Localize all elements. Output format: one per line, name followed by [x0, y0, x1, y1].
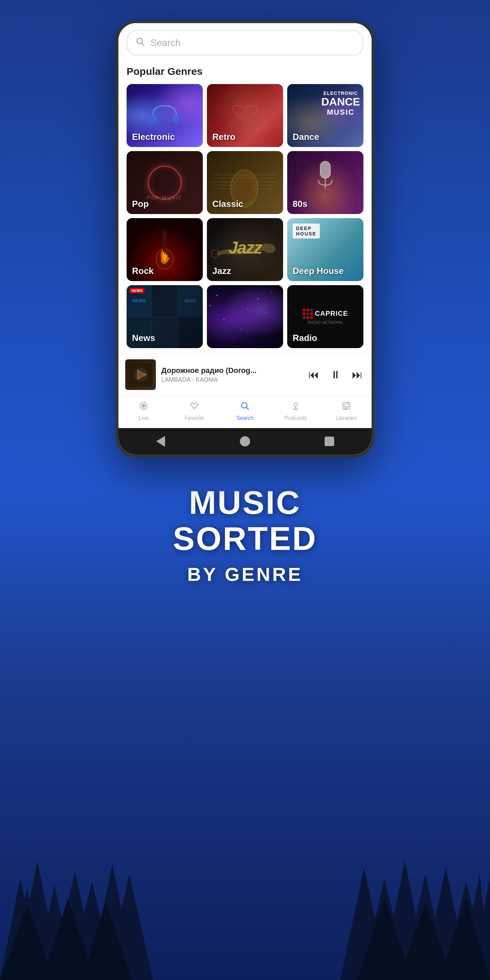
nav-item-libraries[interactable]: Libraries	[321, 401, 372, 421]
svg-point-23	[137, 38, 142, 43]
back-button[interactable]	[156, 436, 166, 447]
rewind-button[interactable]: ⏮	[306, 366, 321, 383]
radio-caprice-logo: CAPRICE RADIO NETWORK	[302, 309, 348, 325]
svg-point-49	[271, 292, 272, 292]
now-playing-thumbnail[interactable]	[125, 360, 156, 390]
live-icon	[139, 401, 148, 413]
genre-card-news[interactable]: NEWS NEWS NEWS News	[127, 285, 203, 348]
svg-point-58	[242, 402, 247, 408]
genre-label-pop: Pop	[132, 199, 149, 209]
phone-screen: Search Popular Genres Electronic	[118, 23, 372, 455]
nav-label-podcasts: Podcasts	[285, 415, 307, 421]
genre-label-rock: Rock	[132, 266, 154, 276]
system-nav-bar	[118, 428, 372, 455]
forward-icon: ⏭	[352, 369, 363, 381]
genre-card-radio[interactable]: CAPRICE RADIO NETWORK Radio	[287, 285, 363, 348]
heart-icon	[189, 401, 199, 413]
genre-label-classic: Classic	[212, 199, 243, 209]
genre-card-electronic[interactable]: Electronic	[127, 84, 203, 147]
genre-card-space[interactable]	[207, 285, 283, 348]
svg-point-45	[258, 298, 259, 299]
recents-button[interactable]	[324, 436, 334, 447]
promo-section: MUSIC SORTED BY GENRE	[116, 457, 374, 606]
svg-point-44	[234, 290, 234, 291]
genre-card-deephouse[interactable]: DEEP HOUSE Deep House	[287, 218, 363, 281]
svg-rect-63	[344, 404, 348, 407]
genre-card-pop[interactable]: POP MUSIC Pop	[127, 151, 203, 214]
genre-label-80s: 80s	[293, 199, 307, 209]
nav-label-search: Search	[237, 415, 254, 421]
dance-edm-text: ELECTRONIC DANCE MUSIC	[321, 91, 360, 116]
genre-label-retro: Retro	[212, 132, 235, 142]
search-bar: Search	[118, 23, 372, 62]
genre-card-jazz[interactable]: Jazz Jazz	[207, 218, 283, 281]
nav-label-favorite: Favorite	[185, 415, 204, 421]
genre-card-classic[interactable]: Classic	[207, 151, 283, 214]
promo-subtitle: BY GENRE	[116, 563, 374, 585]
news-breaking-tag: NEWS	[129, 288, 145, 293]
pause-button[interactable]: ⏸	[328, 366, 343, 383]
search-icon	[135, 37, 145, 49]
genre-card-dance[interactable]: ELECTRONIC DANCE MUSIC Dance	[287, 84, 363, 147]
svg-rect-25	[150, 115, 156, 123]
genres-grid: Electronic Retro ELECTRONIC DAN	[118, 84, 372, 353]
nav-label-libraries: Libraries	[336, 415, 356, 421]
nav-item-live[interactable]: Live	[118, 401, 169, 421]
genre-label-radio: Radio	[293, 333, 317, 343]
genre-label-electronic: Electronic	[132, 132, 175, 142]
genre-card-retro[interactable]: Retro	[207, 84, 283, 147]
svg-point-50	[210, 305, 211, 306]
now-playing-info: Дорожное радио (Dorog... LAMBADA - KAOMA	[161, 366, 301, 383]
now-playing-controls: ⏮ ⏸ ⏭	[306, 366, 365, 383]
home-button[interactable]	[240, 436, 250, 447]
svg-rect-26	[173, 115, 179, 123]
genre-label-deephouse: Deep House	[293, 266, 344, 276]
svg-line-24	[142, 43, 144, 46]
svg-point-55	[142, 404, 145, 408]
now-playing-artist: LAMBADA - KAOMA	[161, 376, 301, 383]
nav-label-live: Live	[139, 415, 149, 421]
popular-genres-title: Popular Genres	[118, 62, 372, 84]
nav-item-podcasts[interactable]: Podcasts	[270, 401, 321, 421]
svg-point-47	[224, 319, 224, 320]
genre-label-dance: Dance	[293, 132, 319, 142]
search-input-wrap[interactable]: Search	[127, 30, 363, 56]
svg-point-46	[264, 312, 265, 313]
svg-point-43	[217, 295, 218, 296]
now-playing-bar: Дорожное радио (Dorog... LAMBADA - KAOMA…	[118, 353, 372, 395]
genre-card-80s[interactable]: 80s	[287, 151, 363, 214]
nav-item-search[interactable]: Search	[220, 401, 270, 421]
now-playing-title: Дорожное радио (Dorog...	[161, 366, 301, 375]
libraries-icon	[342, 401, 351, 413]
rewind-icon: ⏮	[308, 369, 319, 381]
nav-item-favorite[interactable]: Favorite	[169, 401, 220, 421]
svg-rect-35	[320, 161, 331, 178]
search-nav-icon	[240, 401, 250, 413]
genre-card-rock[interactable]: Rock	[127, 218, 203, 281]
svg-point-51	[240, 329, 241, 330]
genre-label-news: News	[132, 333, 155, 343]
svg-line-59	[247, 407, 249, 410]
forward-button[interactable]: ⏭	[350, 366, 365, 383]
podcast-icon	[291, 401, 301, 413]
svg-point-48	[247, 309, 248, 309]
bottom-nav: Live Favorite	[118, 395, 372, 428]
genre-label-jazz: Jazz	[212, 266, 231, 276]
pause-icon: ⏸	[330, 369, 341, 381]
phone-container: Search Popular Genres Electronic	[116, 21, 374, 457]
svg-point-60	[294, 403, 298, 406]
search-placeholder: Search	[150, 37, 181, 48]
promo-title: MUSIC SORTED	[116, 485, 374, 556]
svg-rect-62	[343, 402, 350, 409]
